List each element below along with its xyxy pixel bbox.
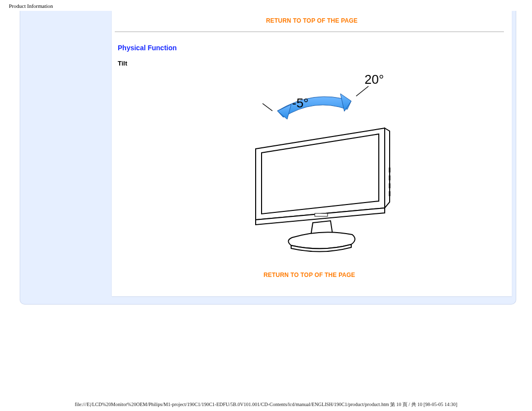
svg-rect-0 [315, 213, 328, 216]
angle-line-20 [356, 86, 368, 96]
monitor-stand [288, 221, 355, 252]
section-subheading: Tilt [115, 53, 504, 67]
monitor-group [256, 128, 390, 225]
bottom-return-wrap: RETURN TO TOP OF THE PAGE [115, 258, 504, 283]
return-to-top-link-bottom[interactable]: RETURN TO TOP OF THE PAGE [264, 272, 355, 278]
content-sheet: RETURN TO TOP OF THE PAGE Physical Funct… [112, 11, 512, 296]
top-return-wrap: RETURN TO TOP OF THE PAGE [112, 11, 512, 28]
content-body: Physical Function Tilt [112, 32, 512, 283]
content-frame: RETURN TO TOP OF THE PAGE Physical Funct… [20, 11, 516, 305]
section-title: Physical Function [115, 36, 504, 53]
tilt-angle-back-label: 20° [365, 72, 384, 87]
illustration-wrap: 20° -5° [115, 67, 504, 258]
tilt-arrow-left-head [277, 104, 291, 119]
tilt-angle-forward-label: -5° [292, 96, 309, 110]
page-footer-path: file:///E|/LCD%20Monitor%20OEM/Philips/M… [0, 401, 532, 408]
return-to-top-link[interactable]: RETURN TO TOP OF THE PAGE [266, 17, 358, 24]
monitor-tilt-illustration: 20° -5° [203, 69, 415, 256]
divider [115, 32, 504, 32]
angle-line-5 [263, 103, 272, 111]
page-header: Product Information [0, 0, 532, 9]
